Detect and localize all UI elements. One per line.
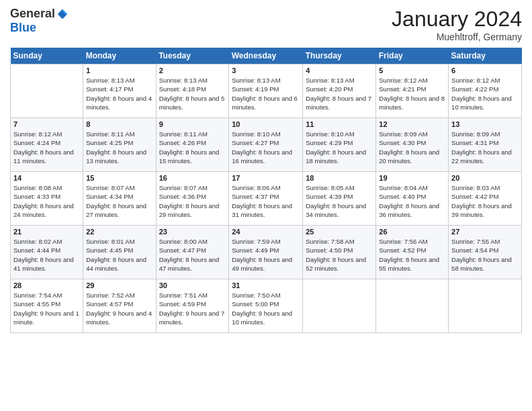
sunrise-text: Sunrise: 7:58 AM	[306, 238, 354, 245]
day-number: 17	[232, 174, 300, 182]
sunset-text: Sunset: 4:21 PM	[379, 85, 426, 93]
logo-icon	[56, 8, 69, 20]
sunset-text: Sunset: 4:57 PM	[86, 300, 133, 308]
calendar-week-1: 1 Sunrise: 8:13 AM Sunset: 4:17 PM Dayli…	[11, 64, 522, 118]
header-thursday: Thursday	[303, 48, 376, 64]
table-row: 20 Sunrise: 8:03 AM Sunset: 4:42 PM Dayl…	[449, 172, 522, 226]
daylight-text: Daylight: 8 hours and 5 minutes.	[159, 95, 225, 111]
sunrise-text: Sunrise: 7:51 AM	[159, 291, 208, 299]
sunset-text: Sunset: 4:26 PM	[159, 139, 206, 146]
page: General Blue January 2024 Muehltroff, Ge…	[0, 0, 532, 411]
sunset-text: Sunset: 4:20 PM	[306, 85, 353, 93]
day-info: Sunrise: 8:00 AM Sunset: 4:47 PM Dayligh…	[159, 237, 226, 273]
location: Muehltroff, Germany	[392, 32, 522, 42]
day-number: 21	[13, 228, 80, 236]
sunrise-text: Sunrise: 8:00 AM	[159, 238, 208, 245]
day-number: 26	[379, 228, 445, 236]
sunset-text: Sunset: 4:55 PM	[13, 300, 60, 308]
day-info: Sunrise: 8:13 AM Sunset: 4:18 PM Dayligh…	[159, 76, 226, 111]
calendar: Sunday Monday Tuesday Wednesday Thursday…	[10, 48, 522, 333]
day-info: Sunrise: 8:13 AM Sunset: 4:20 PM Dayligh…	[306, 76, 373, 111]
table-row: 17 Sunrise: 8:06 AM Sunset: 4:37 PM Dayl…	[229, 172, 303, 226]
day-number: 31	[232, 281, 300, 289]
sunset-text: Sunset: 4:36 PM	[159, 193, 206, 200]
daylight-text: Daylight: 8 hours and 27 minutes.	[86, 202, 146, 218]
sunrise-text: Sunrise: 8:07 AM	[159, 184, 208, 191]
day-number: 16	[159, 174, 226, 182]
table-row	[11, 64, 83, 118]
logo-blue: Blue	[10, 21, 36, 35]
daylight-text: Daylight: 8 hours and 31 minutes.	[232, 202, 292, 218]
daylight-text: Daylight: 8 hours and 13 minutes.	[86, 148, 146, 165]
day-info: Sunrise: 8:04 AM Sunset: 4:40 PM Dayligh…	[379, 183, 445, 219]
daylight-text: Daylight: 9 hours and 1 minute.	[13, 310, 79, 326]
day-info: Sunrise: 7:55 AM Sunset: 4:54 PM Dayligh…	[451, 237, 519, 273]
daylight-text: Daylight: 8 hours and 16 minutes.	[232, 148, 292, 165]
sunrise-text: Sunrise: 7:56 AM	[379, 238, 427, 245]
sunrise-text: Sunrise: 8:13 AM	[232, 77, 280, 84]
header: General Blue January 2024 Muehltroff, Ge…	[10, 7, 522, 42]
sunset-text: Sunset: 4:17 PM	[86, 85, 133, 93]
daylight-text: Daylight: 8 hours and 7 minutes.	[306, 95, 371, 111]
day-info: Sunrise: 8:12 AM Sunset: 4:24 PM Dayligh…	[13, 130, 80, 165]
header-sunday: Sunday	[11, 48, 83, 64]
table-row: 7 Sunrise: 8:12 AM Sunset: 4:24 PM Dayli…	[11, 118, 83, 172]
day-number: 18	[306, 174, 373, 182]
day-number: 10	[232, 120, 300, 128]
daylight-text: Daylight: 8 hours and 8 minutes.	[379, 95, 445, 111]
day-info: Sunrise: 8:07 AM Sunset: 4:36 PM Dayligh…	[159, 183, 226, 219]
sunset-text: Sunset: 4:49 PM	[232, 246, 279, 254]
day-number: 11	[306, 120, 373, 128]
daylight-text: Daylight: 8 hours and 41 minutes.	[13, 256, 74, 272]
sunset-text: Sunset: 4:31 PM	[451, 139, 498, 146]
sunrise-text: Sunrise: 8:06 AM	[232, 184, 280, 191]
table-row: 31 Sunrise: 7:50 AM Sunset: 5:00 PM Dayl…	[229, 279, 303, 333]
day-info: Sunrise: 8:02 AM Sunset: 4:44 PM Dayligh…	[13, 237, 80, 273]
day-number: 2	[159, 66, 226, 75]
table-row: 26 Sunrise: 7:56 AM Sunset: 4:52 PM Dayl…	[376, 226, 449, 279]
table-row: 9 Sunrise: 8:11 AM Sunset: 4:26 PM Dayli…	[156, 118, 229, 172]
day-number: 14	[13, 174, 80, 182]
daylight-text: Daylight: 8 hours and 55 minutes.	[379, 256, 439, 272]
table-row: 21 Sunrise: 8:02 AM Sunset: 4:44 PM Dayl…	[11, 226, 83, 279]
daylight-text: Daylight: 8 hours and 29 minutes.	[159, 202, 220, 218]
day-number: 24	[232, 228, 300, 236]
sunset-text: Sunset: 4:39 PM	[306, 193, 353, 200]
sunrise-text: Sunrise: 8:08 AM	[13, 184, 62, 191]
logo: General Blue	[10, 7, 69, 35]
sunrise-text: Sunrise: 7:59 AM	[232, 238, 280, 245]
table-row: 14 Sunrise: 8:08 AM Sunset: 4:33 PM Dayl…	[11, 172, 83, 226]
month-title: January 2024	[392, 7, 522, 32]
header-wednesday: Wednesday	[229, 48, 303, 64]
table-row: 16 Sunrise: 8:07 AM Sunset: 4:36 PM Dayl…	[156, 172, 229, 226]
day-info: Sunrise: 8:09 AM Sunset: 4:31 PM Dayligh…	[451, 130, 519, 165]
sunset-text: Sunset: 4:47 PM	[159, 246, 206, 254]
sunset-text: Sunset: 4:50 PM	[306, 246, 353, 254]
header-tuesday: Tuesday	[156, 48, 229, 64]
sunrise-text: Sunrise: 8:10 AM	[232, 130, 280, 138]
table-row: 18 Sunrise: 8:05 AM Sunset: 4:39 PM Dayl…	[303, 172, 376, 226]
day-number: 25	[306, 228, 373, 236]
daylight-text: Daylight: 9 hours and 7 minutes.	[159, 310, 225, 326]
sunrise-text: Sunrise: 7:55 AM	[451, 238, 500, 245]
day-info: Sunrise: 8:03 AM Sunset: 4:42 PM Dayligh…	[451, 183, 519, 219]
sunset-text: Sunset: 4:27 PM	[232, 139, 279, 146]
table-row: 28 Sunrise: 7:54 AM Sunset: 4:55 PM Dayl…	[11, 279, 83, 333]
day-info: Sunrise: 7:52 AM Sunset: 4:57 PM Dayligh…	[86, 291, 152, 326]
table-row: 22 Sunrise: 8:01 AM Sunset: 4:45 PM Dayl…	[83, 226, 156, 279]
daylight-text: Daylight: 8 hours and 52 minutes.	[306, 256, 366, 272]
day-number: 15	[86, 174, 152, 182]
daylight-text: Daylight: 8 hours and 39 minutes.	[451, 202, 512, 218]
day-info: Sunrise: 8:10 AM Sunset: 4:27 PM Dayligh…	[232, 130, 300, 165]
daylight-text: Daylight: 8 hours and 58 minutes.	[451, 256, 512, 272]
daylight-text: Daylight: 8 hours and 20 minutes.	[379, 148, 439, 165]
table-row	[449, 279, 522, 333]
daylight-text: Daylight: 8 hours and 15 minutes.	[159, 148, 220, 165]
day-number: 1	[86, 66, 152, 75]
header-friday: Friday	[376, 48, 449, 64]
table-row: 15 Sunrise: 8:07 AM Sunset: 4:34 PM Dayl…	[83, 172, 156, 226]
calendar-week-2: 7 Sunrise: 8:12 AM Sunset: 4:24 PM Dayli…	[11, 118, 522, 172]
table-row: 23 Sunrise: 8:00 AM Sunset: 4:47 PM Dayl…	[156, 226, 229, 279]
table-row: 10 Sunrise: 8:10 AM Sunset: 4:27 PM Dayl…	[229, 118, 303, 172]
table-row: 3 Sunrise: 8:13 AM Sunset: 4:19 PM Dayli…	[229, 64, 303, 118]
